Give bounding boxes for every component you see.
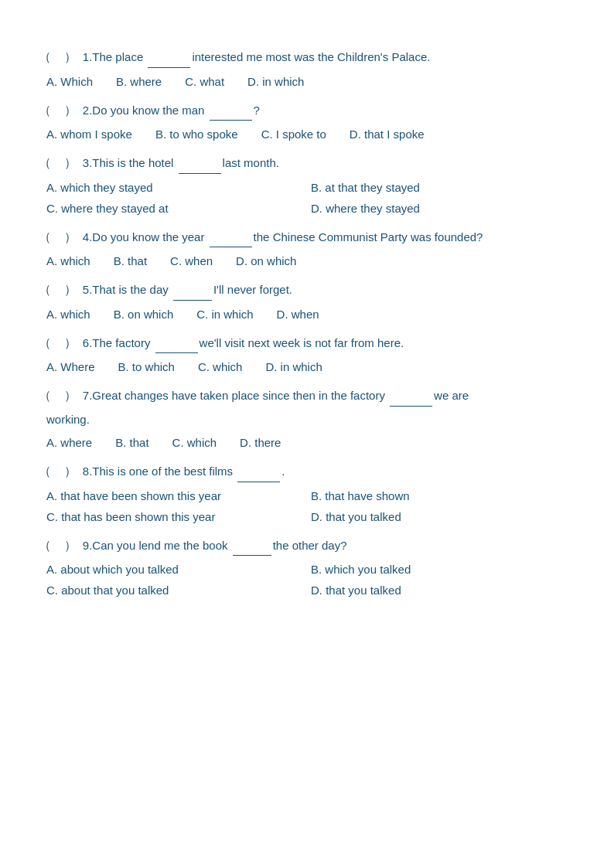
blank-8 <box>237 461 280 482</box>
question-block-3: （ ） 3.This is the hotel last month.A. wh… <box>39 152 575 219</box>
question-text-before-2: 2.Do you know the man <box>83 104 208 117</box>
option-3-D: D. where they stayed <box>311 198 575 219</box>
option-6-D: D. in which <box>265 356 322 377</box>
bracket-4: （ ） <box>39 226 80 247</box>
open-bracket: （ <box>39 152 51 173</box>
option-3-B: B. at that they stayed <box>311 177 575 198</box>
option-6-B: B. to which <box>118 356 175 377</box>
option-4-B: B. that <box>114 250 147 271</box>
close-bracket: ） <box>64 100 77 121</box>
question-text-after-1: interested me most was the Children's Pa… <box>192 50 430 63</box>
question-block-2: （ ） 2.Do you know the man ?A. whom I spo… <box>39 100 575 145</box>
option-9-D: D. that you talked <box>311 580 575 601</box>
close-bracket: ） <box>64 226 77 247</box>
question-text-8: 8.This is one of the best films . <box>83 461 575 482</box>
options-grid-3: A. which they stayedB. at that they stay… <box>39 177 575 219</box>
question-text-2: 2.Do you know the man ? <box>83 100 575 121</box>
blank-4 <box>210 227 252 248</box>
blank-3 <box>179 153 221 174</box>
question-line-2: （ ） 2.Do you know the man ? <box>39 100 575 121</box>
question-block-9: （ ） 9.Can you lend me the book the other… <box>39 535 575 601</box>
option-9-B: B. which you talked <box>311 559 575 580</box>
question-text-5: 5.That is the day I'll never forget. <box>83 280 575 301</box>
options-line-7: A. whereB. thatC. whichD. there <box>39 432 575 453</box>
close-bracket: ） <box>64 279 77 300</box>
question-line-5: （ ） 5.That is the day I'll never forget. <box>39 279 575 301</box>
bracket-5: （ ） <box>39 279 80 300</box>
option-8-B: B. that have shown <box>311 485 575 506</box>
blank-5 <box>173 280 212 301</box>
open-bracket: （ <box>39 226 51 247</box>
question-line-9: （ ） 9.Can you lend me the book the other… <box>39 535 575 557</box>
blank-9 <box>233 536 271 557</box>
option-7-C: C. which <box>172 432 217 453</box>
option-8-A: A. that have been shown this year <box>46 485 311 506</box>
question-text-after-8: . <box>281 465 285 478</box>
question-line-1: （ ） 1.The place interested me most was t… <box>39 46 575 68</box>
open-bracket: （ <box>39 46 51 67</box>
blank-1 <box>148 47 190 68</box>
question-text-6: 6.The factory we'll visit next week is n… <box>83 333 575 354</box>
option-8-C: C. that has been shown this year <box>46 506 311 527</box>
option-9-C: C. about that you talked <box>46 580 311 601</box>
bracket-1: （ ） <box>39 46 80 67</box>
open-bracket: （ <box>39 385 51 406</box>
option-7-A: A. where <box>46 432 92 453</box>
options-line-6: A. WhereB. to whichC. whichD. in which <box>39 356 575 377</box>
options-line-1: A. WhichB. whereC. whatD. in which <box>39 71 575 92</box>
question-text-before-6: 6.The factory <box>83 336 154 349</box>
close-bracket: ） <box>64 152 77 173</box>
options-line-4: A. whichB. thatC. whenD. on which <box>39 250 575 271</box>
continued-line-7: working. <box>39 410 575 430</box>
option-1-D: D. in which <box>247 71 304 92</box>
bracket-8: （ ） <box>39 461 80 482</box>
question-text-before-9: 9.Can you lend me the book <box>83 539 231 552</box>
option-1-C: C. what <box>185 71 224 92</box>
option-5-C: C. in which <box>196 304 253 325</box>
question-text-after-7: we are <box>434 389 469 402</box>
option-2-C: C. I spoke to <box>261 124 326 145</box>
question-text-3: 3.This is the hotel last month. <box>83 153 575 174</box>
question-text-after-3: last month. <box>223 156 279 169</box>
question-block-6: （ ） 6.The factory we'll visit next week … <box>39 332 575 378</box>
open-bracket: （ <box>39 461 51 482</box>
options-grid-8: A. that have been shown this yearB. that… <box>39 485 575 527</box>
option-9-A: A. about which you talked <box>46 559 311 580</box>
bracket-6: （ ） <box>39 332 80 353</box>
close-bracket: ） <box>64 385 77 406</box>
option-8-D: D. that you talked <box>311 506 575 527</box>
option-6-C: C. which <box>198 356 243 377</box>
option-4-C: C. when <box>170 250 213 271</box>
question-text-9: 9.Can you lend me the book the other day… <box>83 536 575 557</box>
option-1-B: B. where <box>116 71 162 92</box>
question-text-before-5: 5.That is the day <box>83 283 172 296</box>
question-line-6: （ ） 6.The factory we'll visit next week … <box>39 332 575 354</box>
question-block-8: （ ） 8.This is one of the best films .A. … <box>39 461 575 527</box>
close-bracket: ） <box>64 332 77 353</box>
question-text-4: 4.Do you know the year the Chinese Commu… <box>83 227 575 248</box>
blank-2 <box>210 100 252 121</box>
open-bracket: （ <box>39 332 51 353</box>
question-text-before-4: 4.Do you know the year <box>83 230 208 243</box>
option-6-A: A. Where <box>46 356 95 377</box>
option-3-C: C. where they stayed at <box>46 198 311 219</box>
options-line-2: A. whom I spokeB. to who spokeC. I spoke… <box>39 124 575 145</box>
question-line-4: （ ） 4.Do you know the year the Chinese C… <box>39 226 575 248</box>
option-2-B: B. to who spoke <box>155 124 238 145</box>
blank-7 <box>390 386 432 407</box>
question-text-after-6: we'll visit next week is not far from he… <box>200 336 404 349</box>
question-text-after-9: the other day? <box>273 539 347 552</box>
options-grid-9: A. about which you talkedB. which you ta… <box>39 559 575 601</box>
option-1-A: A. Which <box>46 71 93 92</box>
question-line-8: （ ） 8.This is one of the best films . <box>39 461 575 482</box>
option-5-A: A. which <box>46 304 90 325</box>
question-block-7: （ ） 7.Great changes have taken place sin… <box>39 385 575 453</box>
option-4-D: D. on which <box>236 250 296 271</box>
question-text-before-8: 8.This is one of the best films <box>83 465 236 478</box>
option-4-A: A. which <box>46 250 90 271</box>
question-text-before-7: 7.Great changes have taken place since t… <box>83 389 388 402</box>
question-text-before-1: 1.The place <box>83 50 147 63</box>
question-text-7: 7.Great changes have taken place since t… <box>83 386 575 407</box>
open-bracket: （ <box>39 100 51 121</box>
question-block-1: （ ） 1.The place interested me most was t… <box>39 46 575 92</box>
